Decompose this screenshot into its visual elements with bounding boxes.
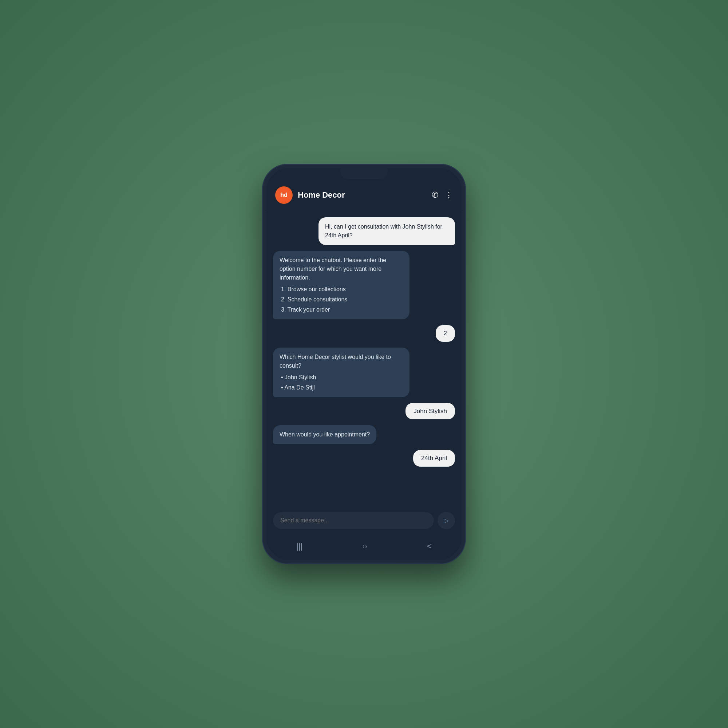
header-actions: ✆ ⋮ [432,190,453,200]
bot-bubble-1-list: 1. Browse our collections 2. Schedule co… [280,285,403,314]
list-item-3: 3. Track your order [281,305,403,314]
chat-messages: Hi, can I get consultation with John Sty… [266,210,462,507]
user-bubble-2: 2 [436,325,455,342]
bottom-navigation: ||| ○ < [266,537,462,560]
phone-frame: hd Home Decor ✆ ⋮ Hi, can I get consulta… [262,164,466,564]
back-icon[interactable]: < [427,541,432,551]
message-row-2: Welcome to the chatbot. Please enter the… [273,251,455,319]
stylist-item-2: • Ana De Stijl [281,383,403,392]
message-input[interactable] [273,512,434,529]
message-row-1: Hi, can I get consultation with John Sty… [273,217,455,245]
message-row-6: When would you like appointment? [273,425,455,444]
message-row-4: Which Home Decor stylist would you like … [273,348,455,397]
send-button[interactable]: ▷ [437,512,455,529]
bot-bubble-2-list: • John Stylish • Ana De Stijl [280,373,403,392]
user-bubble-4: 24th April [413,450,455,466]
message-row-5: John Stylish [273,403,455,420]
stylist-item-1: • John Stylish [281,373,403,382]
recent-apps-icon[interactable]: ||| [296,541,303,551]
bot-bubble-3: When would you like appointment? [273,425,376,444]
send-icon: ▷ [444,517,449,525]
user-bubble-3: John Stylish [405,403,455,420]
input-area: ▷ [266,507,462,537]
phone-screen: hd Home Decor ✆ ⋮ Hi, can I get consulta… [266,168,462,560]
message-row-7: 24th April [273,450,455,466]
contact-name: Home Decor [298,190,432,200]
contact-avatar: hd [275,187,293,204]
call-icon[interactable]: ✆ [432,190,438,200]
bot-bubble-2: Which Home Decor stylist would you like … [273,348,410,397]
home-icon[interactable]: ○ [362,541,367,551]
message-row-3: 2 [273,325,455,342]
phone-notch [340,168,388,179]
user-bubble-1: Hi, can I get consultation with John Sty… [318,217,455,245]
bot-bubble-1: Welcome to the chatbot. Please enter the… [273,251,410,319]
list-item-2: 2. Schedule consultations [281,295,403,304]
more-options-icon[interactable]: ⋮ [445,190,453,200]
list-item-1: 1. Browse our collections [281,285,403,294]
